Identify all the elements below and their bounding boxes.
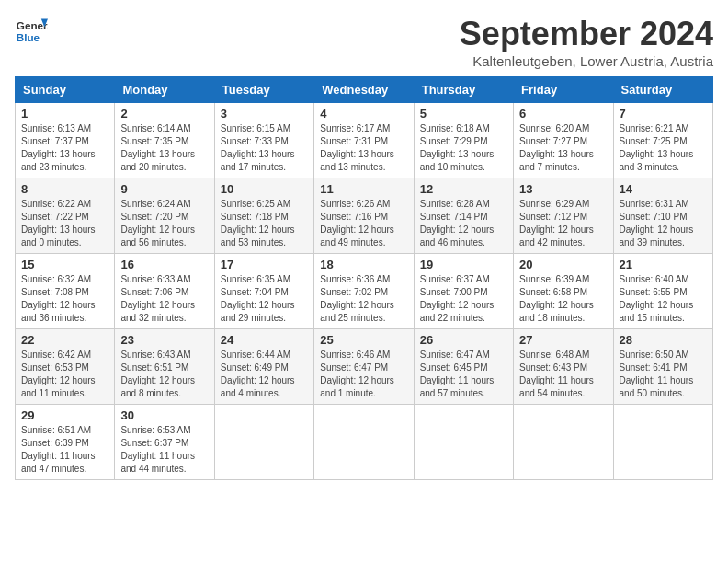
header-monday: Monday [115,77,214,103]
day-number: 8 [21,182,108,196]
calendar-week-row: 1 Sunrise: 6:13 AM Sunset: 7:37 PM Dayli… [16,103,713,178]
day-info: Sunrise: 6:33 AM Sunset: 7:06 PM Dayligh… [120,273,208,325]
day-info: Sunrise: 6:51 AM Sunset: 6:39 PM Dayligh… [21,424,108,476]
day-info: Sunrise: 6:20 AM Sunset: 7:27 PM Dayligh… [519,122,607,174]
table-row: 21 Sunrise: 6:40 AM Sunset: 6:55 PM Dayl… [613,254,712,329]
table-row: 13 Sunrise: 6:29 AM Sunset: 7:12 PM Dayl… [514,178,613,254]
table-row [613,405,712,480]
day-info: Sunrise: 6:21 AM Sunset: 7:25 PM Dayligh… [620,122,707,174]
calendar-week-row: 8 Sunrise: 6:22 AM Sunset: 7:22 PM Dayli… [16,178,713,254]
header-thursday: Thursday [414,77,513,103]
title-block: September 2024 Kaltenleutgeben, Lower Au… [460,15,713,69]
table-row: 7 Sunrise: 6:21 AM Sunset: 7:25 PM Dayli… [613,103,712,178]
day-info: Sunrise: 6:40 AM Sunset: 6:55 PM Dayligh… [620,273,707,325]
day-number: 16 [120,258,208,271]
day-info: Sunrise: 6:36 AM Sunset: 7:02 PM Dayligh… [320,273,407,325]
day-number: 22 [21,333,108,347]
table-row: 14 Sunrise: 6:31 AM Sunset: 7:10 PM Dayl… [613,178,712,254]
day-info: Sunrise: 6:46 AM Sunset: 6:47 PM Dayligh… [320,349,407,400]
table-row: 5 Sunrise: 6:18 AM Sunset: 7:29 PM Dayli… [414,103,513,178]
table-row: 27 Sunrise: 6:48 AM Sunset: 6:43 PM Dayl… [514,329,613,405]
table-row: 6 Sunrise: 6:20 AM Sunset: 7:27 PM Dayli… [514,103,613,178]
day-number: 25 [320,333,407,347]
table-row: 30 Sunrise: 6:53 AM Sunset: 6:37 PM Dayl… [115,405,214,480]
day-info: Sunrise: 6:53 AM Sunset: 6:37 PM Dayligh… [120,424,208,476]
day-info: Sunrise: 6:29 AM Sunset: 7:12 PM Dayligh… [519,198,607,249]
table-row: 2 Sunrise: 6:14 AM Sunset: 7:35 PM Dayli… [115,103,214,178]
calendar-week-row: 22 Sunrise: 6:42 AM Sunset: 6:53 PM Dayl… [16,329,713,405]
table-row: 16 Sunrise: 6:33 AM Sunset: 7:06 PM Dayl… [115,254,214,329]
table-row: 22 Sunrise: 6:42 AM Sunset: 6:53 PM Dayl… [16,329,115,405]
day-number: 4 [320,107,407,121]
page-header: General Blue September 2024 Kaltenleutge… [15,15,713,69]
logo: General Blue [15,15,48,48]
day-number: 11 [320,182,407,196]
day-info: Sunrise: 6:43 AM Sunset: 6:51 PM Dayligh… [120,349,208,400]
day-number: 12 [420,182,507,196]
location-subtitle: Kaltenleutgeben, Lower Austria, Austria [460,53,713,69]
table-row: 28 Sunrise: 6:50 AM Sunset: 6:41 PM Dayl… [613,329,712,405]
day-number: 5 [420,107,507,121]
day-info: Sunrise: 6:15 AM Sunset: 7:33 PM Dayligh… [221,122,308,174]
table-row: 19 Sunrise: 6:37 AM Sunset: 7:00 PM Dayl… [414,254,513,329]
day-number: 18 [320,258,407,271]
day-info: Sunrise: 6:17 AM Sunset: 7:31 PM Dayligh… [320,122,407,174]
header-wednesday: Wednesday [314,77,414,103]
day-number: 7 [620,107,707,121]
day-info: Sunrise: 6:22 AM Sunset: 7:22 PM Dayligh… [21,198,108,249]
day-number: 10 [221,182,308,196]
header-sunday: Sunday [16,77,115,103]
table-row: 23 Sunrise: 6:43 AM Sunset: 6:51 PM Dayl… [115,329,214,405]
table-row: 15 Sunrise: 6:32 AM Sunset: 7:08 PM Dayl… [16,254,115,329]
day-number: 24 [221,333,308,347]
calendar-week-row: 15 Sunrise: 6:32 AM Sunset: 7:08 PM Dayl… [16,254,713,329]
day-number: 13 [519,182,607,196]
day-info: Sunrise: 6:13 AM Sunset: 7:37 PM Dayligh… [21,122,108,174]
table-row [214,405,313,480]
header-friday: Friday [514,77,613,103]
day-number: 28 [620,333,707,347]
day-info: Sunrise: 6:35 AM Sunset: 7:04 PM Dayligh… [221,273,308,325]
table-row [514,405,613,480]
calendar-header-row: Sunday Monday Tuesday Wednesday Thursday… [16,77,713,103]
day-number: 26 [420,333,507,347]
table-row: 1 Sunrise: 6:13 AM Sunset: 7:37 PM Dayli… [16,103,115,178]
day-number: 14 [620,182,707,196]
day-info: Sunrise: 6:31 AM Sunset: 7:10 PM Dayligh… [620,198,707,249]
table-row: 17 Sunrise: 6:35 AM Sunset: 7:04 PM Dayl… [214,254,313,329]
day-info: Sunrise: 6:42 AM Sunset: 6:53 PM Dayligh… [21,349,108,400]
day-number: 15 [21,258,108,271]
table-row: 8 Sunrise: 6:22 AM Sunset: 7:22 PM Dayli… [16,178,115,254]
table-row: 29 Sunrise: 6:51 AM Sunset: 6:39 PM Dayl… [16,405,115,480]
table-row: 24 Sunrise: 6:44 AM Sunset: 6:49 PM Dayl… [214,329,313,405]
day-info: Sunrise: 6:24 AM Sunset: 7:20 PM Dayligh… [120,198,208,249]
day-info: Sunrise: 6:14 AM Sunset: 7:35 PM Dayligh… [120,122,208,174]
calendar-table: Sunday Monday Tuesday Wednesday Thursday… [15,76,713,480]
day-number: 19 [420,258,507,271]
header-saturday: Saturday [613,77,712,103]
day-number: 6 [519,107,607,121]
day-number: 2 [120,107,208,121]
day-number: 1 [21,107,108,121]
table-row: 26 Sunrise: 6:47 AM Sunset: 6:45 PM Dayl… [414,329,513,405]
table-row: 4 Sunrise: 6:17 AM Sunset: 7:31 PM Dayli… [314,103,414,178]
day-info: Sunrise: 6:44 AM Sunset: 6:49 PM Dayligh… [221,349,308,400]
day-info: Sunrise: 6:39 AM Sunset: 6:58 PM Dayligh… [519,273,607,325]
table-row [414,405,513,480]
month-title: September 2024 [460,15,713,53]
day-number: 9 [120,182,208,196]
day-number: 27 [519,333,607,347]
table-row: 9 Sunrise: 6:24 AM Sunset: 7:20 PM Dayli… [115,178,214,254]
day-info: Sunrise: 6:26 AM Sunset: 7:16 PM Dayligh… [320,198,407,249]
day-info: Sunrise: 6:32 AM Sunset: 7:08 PM Dayligh… [21,273,108,325]
day-number: 23 [120,333,208,347]
day-info: Sunrise: 6:50 AM Sunset: 6:41 PM Dayligh… [620,349,707,400]
day-info: Sunrise: 6:25 AM Sunset: 7:18 PM Dayligh… [221,198,308,249]
table-row: 11 Sunrise: 6:26 AM Sunset: 7:16 PM Dayl… [314,178,414,254]
header-tuesday: Tuesday [214,77,313,103]
logo-icon: General Blue [15,15,48,48]
day-number: 21 [620,258,707,271]
day-number: 3 [221,107,308,121]
table-row: 12 Sunrise: 6:28 AM Sunset: 7:14 PM Dayl… [414,178,513,254]
day-info: Sunrise: 6:18 AM Sunset: 7:29 PM Dayligh… [420,122,507,174]
